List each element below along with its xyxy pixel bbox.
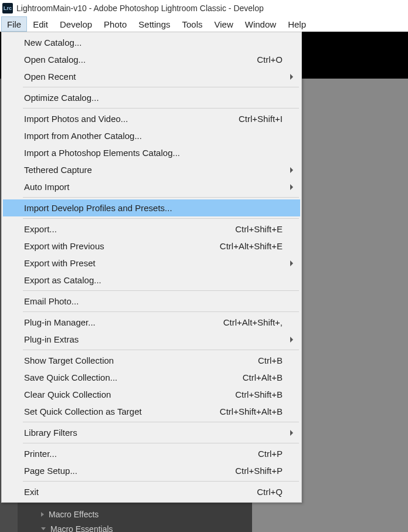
window-titlebar: Lrc LightroomMain-v10 - Adobe Photoshop …	[0, 0, 408, 16]
menuitem-optimize-catalog[interactable]: Optimize Catalog...	[3, 89, 300, 106]
menu-edit[interactable]: Edit	[27, 16, 54, 32]
menuitem-label: Plug-in Extras	[24, 334, 79, 344]
menuitem-export[interactable]: Export...Ctrl+Shift+E	[3, 221, 300, 238]
menuitem-open-catalog[interactable]: Open Catalog...Ctrl+O	[3, 51, 300, 68]
chevron-right-icon	[290, 260, 293, 266]
menu-develop[interactable]: Develop	[54, 16, 98, 32]
menuitem-shortcut: Ctrl+O	[257, 55, 283, 65]
chevron-right-icon	[290, 430, 293, 436]
menuitem-label: Export...	[24, 224, 57, 234]
menu-separator	[23, 197, 299, 198]
menuitem-clear-quick-collection[interactable]: Clear Quick CollectionCtrl+Shift+B	[3, 386, 300, 403]
menuitem-shortcut: Ctrl+Shift+I	[239, 114, 283, 124]
menubar: FileEditDevelopPhotoSettingsToolsViewWin…	[0, 16, 408, 32]
menuitem-label: Auto Import	[24, 182, 70, 192]
menuitem-shortcut: Ctrl+Alt+Shift+E	[220, 241, 283, 251]
menuitem-shortcut: Ctrl+Q	[257, 487, 283, 497]
menu-separator	[23, 481, 299, 482]
menu-window[interactable]: Window	[239, 16, 282, 32]
menuitem-import-photos-and-video[interactable]: Import Photos and Video...Ctrl+Shift+I	[3, 110, 300, 127]
menuitem-page-setup[interactable]: Page Setup...Ctrl+Shift+P	[3, 462, 300, 479]
menuitem-email-photo[interactable]: Email Photo...	[3, 293, 300, 310]
triangle-down-icon	[41, 527, 46, 530]
menuitem-label: Page Setup...	[24, 466, 77, 476]
menuitem-import-from-another-catalog[interactable]: Import from Another Catalog...	[3, 127, 300, 144]
menuitem-library-filters[interactable]: Library Filters	[3, 424, 300, 441]
menuitem-new-catalog[interactable]: New Catalog...	[3, 34, 300, 51]
menuitem-tethered-capture[interactable]: Tethered Capture	[3, 161, 300, 178]
triangle-right-icon	[41, 512, 44, 517]
menu-separator	[23, 108, 299, 109]
menuitem-save-quick-collection[interactable]: Save Quick Collection...Ctrl+Alt+B	[3, 369, 300, 386]
menuitem-export-as-catalog[interactable]: Export as Catalog...	[3, 272, 300, 289]
menu-separator	[23, 218, 299, 219]
menuitem-plug-in-manager[interactable]: Plug-in Manager...Ctrl+Alt+Shift+,	[3, 314, 300, 331]
menuitem-shortcut: Ctrl+Shift+P	[235, 466, 283, 476]
menu-view[interactable]: View	[209, 16, 239, 32]
menuitem-label: Import Develop Profiles and Presets...	[24, 203, 172, 213]
menu-settings[interactable]: Settings	[132, 16, 176, 32]
menu-separator	[23, 290, 299, 291]
menuitem-export-with-previous[interactable]: Export with PreviousCtrl+Alt+Shift+E	[3, 238, 300, 255]
menu-separator	[23, 350, 299, 350]
preset-group-label: Macro Effects	[49, 510, 98, 519]
menu-file[interactable]: File	[1, 16, 27, 32]
menu-separator	[23, 443, 299, 443]
menuitem-open-recent[interactable]: Open Recent	[3, 68, 300, 85]
menuitem-import-develop-profiles-and-presets[interactable]: Import Develop Profiles and Presets...	[3, 199, 300, 216]
chevron-right-icon	[290, 74, 293, 80]
menuitem-plug-in-extras[interactable]: Plug-in Extras	[3, 331, 300, 348]
menu-separator	[23, 422, 299, 422]
menu-separator	[23, 87, 299, 87]
menuitem-label: Set Quick Collection as Target	[24, 406, 142, 416]
menuitem-label: Exit	[24, 487, 39, 497]
menuitem-label: Open Recent	[24, 72, 76, 82]
menuitem-label: Import a Photoshop Elements Catalog...	[24, 148, 180, 158]
menu-help[interactable]: Help	[282, 16, 312, 32]
menuitem-printer[interactable]: Printer...Ctrl+P	[3, 445, 300, 462]
menuitem-label: Import Photos and Video...	[24, 114, 128, 124]
menuitem-shortcut: Ctrl+Alt+Shift+,	[223, 317, 283, 327]
menuitem-shortcut: Ctrl+Shift+B	[235, 389, 283, 399]
menuitem-label: Open Catalog...	[24, 55, 86, 65]
preset-group-macro-effects[interactable]: Macro Effects	[41, 507, 252, 521]
menuitem-label: Show Target Collection	[24, 355, 114, 365]
menu-separator	[23, 311, 299, 312]
chevron-right-icon	[290, 167, 293, 173]
menuitem-shortcut: Ctrl+P	[258, 449, 283, 459]
menuitem-shortcut: Ctrl+B	[258, 355, 283, 365]
menuitem-label: New Catalog...	[24, 38, 81, 48]
preset-group-macro-essentials[interactable]: Macro Essentials	[41, 521, 252, 532]
menuitem-shortcut: Ctrl+Shift+Alt+B	[220, 406, 283, 416]
preset-group-label: Macro Essentials	[50, 524, 113, 533]
menuitem-show-target-collection[interactable]: Show Target CollectionCtrl+B	[3, 352, 300, 369]
menuitem-shortcut: Ctrl+Alt+B	[243, 372, 283, 382]
menuitem-label: Clear Quick Collection	[24, 389, 111, 399]
app-icon: Lrc	[2, 3, 13, 13]
menuitem-export-with-preset[interactable]: Export with Preset	[3, 255, 300, 272]
menuitem-label: Printer...	[24, 449, 57, 459]
file-menu-dropdown: New Catalog...Open Catalog...Ctrl+OOpen …	[1, 32, 302, 503]
menu-tools[interactable]: Tools	[176, 16, 208, 32]
menuitem-shortcut: Ctrl+Shift+E	[235, 224, 283, 234]
menu-photo[interactable]: Photo	[98, 16, 132, 32]
menuitem-label: Save Quick Collection...	[24, 372, 117, 382]
menuitem-exit[interactable]: ExitCtrl+Q	[3, 483, 300, 500]
menuitem-set-quick-collection-as-target[interactable]: Set Quick Collection as TargetCtrl+Shift…	[3, 403, 300, 420]
menuitem-label: Tethered Capture	[24, 165, 92, 175]
menuitem-label: Library Filters	[24, 428, 77, 438]
menuitem-label: Plug-in Manager...	[24, 317, 96, 327]
chevron-right-icon	[290, 337, 293, 343]
menuitem-label: Export with Preset	[24, 258, 96, 268]
window-title: LightroomMain-v10 - Adobe Photoshop Ligh…	[16, 4, 264, 13]
menuitem-label: Import from Another Catalog...	[24, 131, 142, 141]
menuitem-label: Export with Previous	[24, 241, 104, 251]
chevron-right-icon	[290, 184, 293, 190]
menuitem-label: Optimize Catalog...	[24, 93, 99, 103]
menuitem-auto-import[interactable]: Auto Import	[3, 178, 300, 195]
menuitem-label: Email Photo...	[24, 296, 79, 306]
menuitem-import-a-photoshop-elements-catalog[interactable]: Import a Photoshop Elements Catalog...	[3, 144, 300, 161]
menuitem-label: Export as Catalog...	[24, 275, 101, 285]
